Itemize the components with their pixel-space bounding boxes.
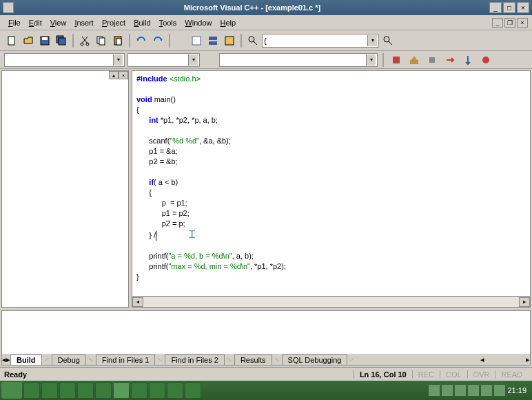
output-tabs: Build ⟋ Debug ⟍ Find in Files 1 ⟍ Find i… [10,354,357,365]
svg-rect-13 [209,41,217,45]
toolbar-wizard: ▾ ▾ ▾ [0,51,532,69]
taskbar-app-10[interactable] [185,382,201,399]
new-file-icon[interactable] [4,33,19,48]
chevron-down-icon[interactable]: ▾ [113,54,123,66]
menu-tools[interactable]: Tools [155,17,181,28]
taskbar-app-9[interactable] [167,382,183,399]
taskbar: 21:19 [0,381,532,400]
scroll-right-icon[interactable]: ▸ [519,297,530,307]
tray-icon-3[interactable] [455,385,466,396]
chevron-down-icon[interactable]: ▾ [367,35,377,46]
code-content[interactable]: #include <stdio.h> void main() { int *p1… [132,71,530,296]
workspace-icon[interactable] [189,33,204,48]
tray-icon-6[interactable] [494,385,505,396]
pane-close-icon[interactable]: × [119,71,128,79]
svg-rect-8 [99,38,105,45]
menu-file[interactable]: File [4,17,25,28]
output-icon[interactable] [222,33,237,48]
minimize-button[interactable]: _ [489,2,502,13]
find-in-files-icon[interactable] [380,33,396,48]
maximize-button[interactable]: □ [503,2,515,13]
breakpoint-icon[interactable] [478,52,493,68]
toolbar-standard: { ▾ [0,30,532,51]
go-icon[interactable] [460,52,475,68]
tab-sql[interactable]: SQL Debugging [282,354,348,365]
find-icon[interactable] [245,33,260,48]
output-scroll-left-icon[interactable]: ◂ [480,355,484,364]
status-rec: REC [412,370,440,379]
paste-icon[interactable] [110,33,125,48]
taskbar-app-3[interactable] [59,382,76,399]
close-button[interactable]: × [517,2,529,13]
title-bar: Microsoft Visual C++ - [example01.c *] _… [0,0,532,15]
taskbar-app-5[interactable] [95,382,112,399]
main-area: ▴ × #include <stdio.h> void main() { int… [0,69,532,309]
svg-rect-19 [429,57,435,63]
scroll-left-icon[interactable]: ◂ [132,297,143,307]
find-combo[interactable]: { ▾ [262,34,379,48]
tab-build[interactable]: Build [10,354,42,365]
tab-find1[interactable]: Find in Files 1 [96,354,155,365]
editor-hscroll[interactable]: ◂ ▸ [132,296,530,307]
tab-results[interactable]: Results [234,354,272,365]
output-pane[interactable]: ◂ ▸ Build ⟋ Debug ⟍ Find in Files 1 ⟍ Fi… [1,310,531,366]
taskbar-app-2[interactable] [41,382,58,399]
system-tray: 21:19 [424,385,531,396]
save-icon[interactable] [37,33,52,48]
window-list-icon[interactable] [205,33,221,48]
status-bar: Ready Ln 16, Col 10 REC COL OVR READ [0,367,532,381]
save-all-icon[interactable] [54,33,69,48]
taskbar-app-6[interactable] [113,382,130,399]
chevron-down-icon[interactable]: ▾ [188,54,198,66]
taskbar-clock[interactable]: 21:19 [507,386,526,394]
redo-icon[interactable] [150,33,165,48]
ibeam-cursor-icon: Ꮖ [189,228,196,240]
svg-rect-11 [192,37,201,45]
class-combo[interactable]: ▾ [4,53,125,67]
tray-icon-4[interactable] [468,385,479,396]
scroll-track[interactable] [143,297,519,307]
compile-icon[interactable] [389,52,404,68]
menu-view[interactable]: View [46,17,71,28]
taskbar-app-7[interactable] [131,382,147,399]
tab-debug[interactable]: Debug [52,354,86,365]
code-editor[interactable]: #include <stdio.h> void main() { int *p1… [132,70,531,308]
undo-icon[interactable] [134,33,149,48]
pane-undock-icon[interactable]: ▴ [109,71,119,79]
build-icon[interactable] [407,52,422,68]
menu-project[interactable]: Project [98,17,130,28]
chevron-down-icon[interactable]: ▾ [366,54,376,66]
doc-close-button[interactable]: × [517,18,528,28]
tray-icon-1[interactable] [429,385,440,396]
status-ready: Ready [4,370,354,379]
output-scroll-right-icon[interactable]: ▸ [526,355,530,364]
svg-rect-4 [59,38,65,45]
doc-restore-button[interactable]: ❐ [504,18,515,28]
doc-minimize-button[interactable]: _ [492,18,503,28]
window-title: Microsoft Visual C++ - [example01.c *] [17,3,488,12]
taskbar-app-1[interactable] [23,382,40,399]
execute-icon[interactable] [442,52,458,68]
tray-icon-2[interactable] [442,385,453,396]
menu-help[interactable]: Help [216,17,240,28]
status-col: COL [440,370,467,379]
menu-insert[interactable]: Insert [70,17,98,28]
tab-find2[interactable]: Find in Files 2 [165,354,224,365]
tray-icon-5[interactable] [481,385,492,396]
filter-combo[interactable]: ▾ [219,53,378,67]
svg-rect-12 [209,37,217,40]
workspace-pane[interactable]: ▴ × [1,70,129,308]
stop-build-icon[interactable] [424,52,440,68]
taskbar-app-4[interactable] [77,382,94,399]
start-button[interactable] [1,382,22,399]
menu-window[interactable]: Window [181,17,216,28]
app-icon [3,2,14,13]
taskbar-app-8[interactable] [149,382,165,399]
menu-edit[interactable]: Edit [25,17,46,28]
copy-icon[interactable] [94,33,109,48]
open-icon[interactable] [21,33,36,48]
svg-rect-0 [8,37,14,45]
menu-build[interactable]: Build [130,17,154,28]
cut-icon[interactable] [77,33,92,48]
member-combo[interactable]: ▾ [127,53,200,67]
